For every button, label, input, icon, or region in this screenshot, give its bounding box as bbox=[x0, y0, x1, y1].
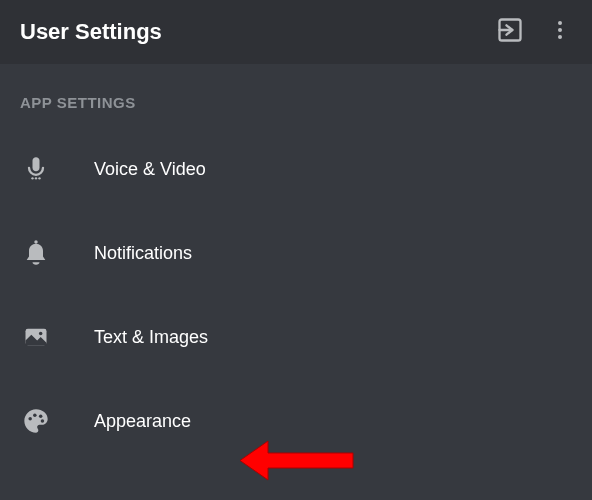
settings-item-voice-video[interactable]: Voice & Video bbox=[0, 127, 592, 211]
settings-list: Voice & Video Notifications Text & Image… bbox=[0, 127, 592, 463]
palette-icon bbox=[20, 405, 52, 437]
svg-point-5 bbox=[31, 177, 33, 179]
more-button[interactable] bbox=[548, 18, 572, 46]
exit-button[interactable] bbox=[496, 16, 524, 48]
svg-point-7 bbox=[38, 177, 40, 179]
image-icon bbox=[20, 321, 52, 353]
settings-item-text-images[interactable]: Text & Images bbox=[0, 295, 592, 379]
svg-point-2 bbox=[558, 21, 562, 25]
svg-point-11 bbox=[28, 417, 32, 421]
svg-point-6 bbox=[35, 177, 37, 179]
svg-point-12 bbox=[33, 413, 37, 417]
svg-point-14 bbox=[41, 419, 45, 423]
more-vertical-icon bbox=[548, 18, 572, 46]
page-title: User Settings bbox=[20, 19, 162, 45]
svg-point-10 bbox=[39, 332, 43, 336]
settings-item-label: Appearance bbox=[94, 411, 191, 432]
exit-icon bbox=[496, 16, 524, 48]
svg-point-3 bbox=[558, 28, 562, 32]
microphone-icon bbox=[20, 153, 52, 185]
settings-item-label: Notifications bbox=[94, 243, 192, 264]
header: User Settings bbox=[0, 0, 592, 64]
settings-item-appearance[interactable]: Appearance bbox=[0, 379, 592, 463]
svg-point-13 bbox=[39, 415, 43, 419]
settings-item-label: Text & Images bbox=[94, 327, 208, 348]
svg-point-8 bbox=[34, 240, 38, 244]
svg-point-4 bbox=[558, 35, 562, 39]
settings-item-notifications[interactable]: Notifications bbox=[0, 211, 592, 295]
section-label: APP SETTINGS bbox=[0, 64, 592, 127]
settings-item-label: Voice & Video bbox=[94, 159, 206, 180]
header-actions bbox=[496, 16, 572, 48]
bell-icon bbox=[20, 237, 52, 269]
